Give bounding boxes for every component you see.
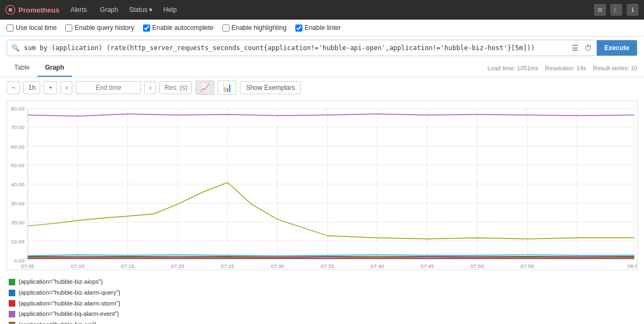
history-icon-button[interactable]: ⏱ xyxy=(583,42,593,54)
query-history-checkbox[interactable] xyxy=(65,25,72,32)
load-time: Load time: 1051ms xyxy=(487,65,538,71)
end-time-input[interactable] xyxy=(76,81,141,94)
result-series: Result series: 10 xyxy=(593,65,637,71)
legend-label: {application="hubble-biz-alarm-storm"} xyxy=(18,298,120,309)
nav-graph[interactable]: Graph xyxy=(98,6,120,14)
theme-button[interactable]: ☾ xyxy=(610,4,622,16)
option-highlighting[interactable]: Enable highlighting xyxy=(222,24,287,32)
search-bar: 🔍 ☰ ⏱ Execute xyxy=(7,40,637,56)
chart-svg: 80.00 70.00 60.00 50.00 40.00 30.00 20.0… xyxy=(7,101,637,270)
local-time-checkbox[interactable] xyxy=(7,25,14,32)
option-local-time[interactable]: Use local time xyxy=(7,24,57,32)
legend-item[interactable]: {application="hubble-biz-alarm-storm"} xyxy=(9,298,635,309)
series-purple xyxy=(28,114,634,116)
x-label-0800: 08:00 xyxy=(628,263,637,269)
show-exemplars-button[interactable]: Show Exemplars xyxy=(240,81,301,94)
prometheus-icon xyxy=(5,5,15,15)
y-label-30: 30.00 xyxy=(11,200,24,206)
x-label-0750: 07:50 xyxy=(470,263,484,269)
query-history-label: Enable query history xyxy=(75,24,134,32)
duration-label[interactable]: 1h xyxy=(23,81,40,94)
next-time-button[interactable]: › xyxy=(144,81,156,94)
legend-color xyxy=(9,300,15,307)
x-label-0720: 07:20 xyxy=(171,263,184,269)
tab-meta: Load time: 1051ms Resolution: 14s Result… xyxy=(487,60,637,76)
nav-status-label: Status xyxy=(129,6,147,14)
legend-label: {application="hubble-bq-alarm-event"} xyxy=(18,309,119,320)
legend-color xyxy=(9,322,15,324)
execute-button[interactable]: Execute xyxy=(597,40,637,56)
line-chart-icon: 📈 xyxy=(200,83,209,92)
tabs: Table Graph xyxy=(7,59,72,77)
prev-time-button[interactable]: ‹ xyxy=(60,81,72,94)
search-icon: 🔍 xyxy=(7,41,24,55)
linter-label: Enable linter xyxy=(305,24,341,32)
nav-right-actions: ⚙ ☾ ℹ xyxy=(594,4,639,16)
list-icon-button[interactable]: ☰ xyxy=(570,42,580,54)
series-lightblue xyxy=(28,255,634,256)
legend-color xyxy=(9,279,15,285)
autocomplete-checkbox[interactable] xyxy=(143,25,150,32)
tab-table[interactable]: Table xyxy=(7,59,38,77)
local-time-label: Use local time xyxy=(16,24,57,32)
nav-alerts[interactable]: Alerts xyxy=(68,6,89,14)
brand: Prometheus xyxy=(5,5,59,15)
nav-status-chevron: ▾ xyxy=(149,6,152,14)
x-label-0745: 07:45 xyxy=(420,263,434,269)
nav-status[interactable]: Status ▾ xyxy=(129,6,152,14)
x-label-0725: 07:25 xyxy=(221,263,234,269)
query-input[interactable] xyxy=(24,41,567,55)
highlighting-label: Enable highlighting xyxy=(232,24,287,32)
legend-item[interactable]: {application="hubble-biz-alarm-query"} xyxy=(9,288,635,298)
series-olive xyxy=(28,182,634,239)
x-label-0705: 07:05 xyxy=(21,263,34,269)
legend-color xyxy=(9,311,15,317)
y-label-10: 10.00 xyxy=(11,239,24,244)
settings-button[interactable]: ⚙ xyxy=(594,4,606,16)
y-label-80: 80.00 xyxy=(11,106,24,112)
search-action-icons: ☰ ⏱ xyxy=(567,42,597,54)
options-bar: Use local time Enable query history Enab… xyxy=(0,20,644,36)
nav-help[interactable]: Help xyxy=(161,6,179,14)
autocomplete-label: Enable autocomplete xyxy=(152,24,214,32)
x-label-0710: 07:10 xyxy=(71,263,84,269)
option-query-history[interactable]: Enable query history xyxy=(65,24,134,32)
legend-label: {application="hubble-biz-cm"} xyxy=(18,320,96,324)
resolution-input[interactable] xyxy=(159,81,192,94)
tabs-row: Table Graph Load time: 1051ms Resolution… xyxy=(0,59,644,77)
controls-bar: − 1h + ‹ › 📈 📊 Show Exemplars xyxy=(0,77,644,98)
tab-graph[interactable]: Graph xyxy=(38,59,72,77)
y-label-40: 40.00 xyxy=(11,181,24,187)
x-label-0715: 07:15 xyxy=(121,263,134,269)
info-button[interactable]: ℹ xyxy=(627,4,639,16)
line-chart-button[interactable]: 📈 xyxy=(195,81,214,95)
x-label-0755: 07:55 xyxy=(521,263,534,269)
legend-label: {application="hubble-biz-aiops"} xyxy=(18,277,103,288)
duration-minus-button[interactable]: − xyxy=(7,81,20,94)
navbar: Prometheus Alerts Graph Status ▾ Help ⚙ … xyxy=(0,0,644,20)
legend-item[interactable]: {application="hubble-bq-alarm-event"} xyxy=(9,309,635,320)
resolution: Resolution: 14s xyxy=(545,65,586,71)
legend-color xyxy=(9,290,15,296)
option-autocomplete[interactable]: Enable autocomplete xyxy=(143,24,214,32)
linter-checkbox[interactable] xyxy=(295,25,302,32)
y-label-70: 70.00 xyxy=(11,124,24,130)
legend-label: {application="hubble-biz-alarm-query"} xyxy=(18,288,120,298)
chart-area: 80.00 70.00 60.00 50.00 40.00 30.00 20.0… xyxy=(7,100,637,270)
brand-label: Prometheus xyxy=(18,6,59,14)
legend-item[interactable]: {application="hubble-biz-aiops"} xyxy=(9,277,635,288)
y-label-60: 60.00 xyxy=(11,144,24,150)
legend-item[interactable]: {application="hubble-biz-cm"} xyxy=(9,320,635,324)
bar-chart-button[interactable]: 📊 xyxy=(218,81,237,95)
x-label-0740: 07:40 xyxy=(370,263,384,269)
y-label-20: 20.00 xyxy=(11,219,24,225)
legend: {application="hubble-biz-aiops"}{applica… xyxy=(0,272,644,324)
svg-point-1 xyxy=(9,8,13,12)
x-label-0735: 07:35 xyxy=(321,263,335,269)
duration-plus-button[interactable]: + xyxy=(44,81,57,94)
x-label-0730: 07:30 xyxy=(271,263,284,269)
option-linter[interactable]: Enable linter xyxy=(295,24,341,32)
highlighting-checkbox[interactable] xyxy=(222,25,230,32)
y-label-50: 50.00 xyxy=(11,162,24,168)
bar-chart-icon: 📊 xyxy=(222,83,232,92)
